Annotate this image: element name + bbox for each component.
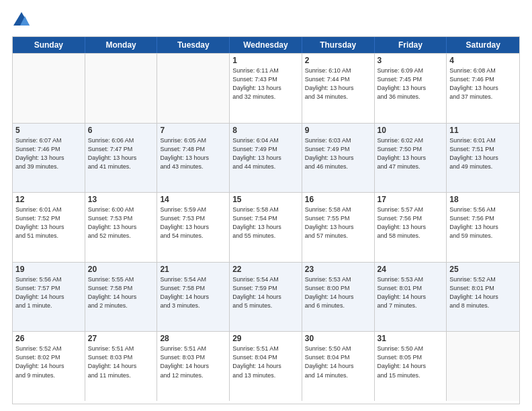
calendar-row: 26Sunrise: 5:52 AM Sunset: 8:02 PM Dayli…: [13, 331, 519, 401]
cell-info: Sunrise: 6:07 AM Sunset: 7:46 PM Dayligh…: [15, 136, 82, 171]
cell-info: Sunrise: 5:53 AM Sunset: 8:01 PM Dayligh…: [378, 275, 444, 310]
calendar-cell: 2Sunrise: 6:10 AM Sunset: 7:44 PM Daylig…: [302, 54, 375, 123]
day-number: 17: [378, 195, 444, 204]
weekday-header: Tuesday: [157, 37, 230, 53]
day-number: 5: [15, 126, 82, 135]
day-number: 24: [378, 265, 444, 274]
day-number: 9: [305, 126, 371, 135]
day-number: 29: [232, 334, 299, 343]
calendar-row: 12Sunrise: 6:01 AM Sunset: 7:52 PM Dayli…: [13, 192, 519, 262]
cell-info: Sunrise: 5:56 AM Sunset: 7:57 PM Dayligh…: [15, 275, 82, 310]
calendar-body: 1Sunrise: 6:11 AM Sunset: 7:43 PM Daylig…: [13, 53, 519, 401]
calendar-cell: 23Sunrise: 5:53 AM Sunset: 8:00 PM Dayli…: [302, 263, 375, 332]
calendar-cell: 13Sunrise: 6:00 AM Sunset: 7:53 PM Dayli…: [85, 193, 158, 262]
cell-info: Sunrise: 6:00 AM Sunset: 7:53 PM Dayligh…: [88, 205, 154, 240]
calendar-cell: 29Sunrise: 5:51 AM Sunset: 8:04 PM Dayli…: [230, 332, 302, 401]
calendar-cell: 16Sunrise: 5:58 AM Sunset: 7:55 PM Dayli…: [302, 193, 375, 262]
calendar-cell: 25Sunrise: 5:52 AM Sunset: 8:01 PM Dayli…: [447, 263, 519, 332]
calendar-cell: 5Sunrise: 6:07 AM Sunset: 7:46 PM Daylig…: [13, 124, 85, 193]
weekday-header: Sunday: [13, 37, 85, 53]
cell-info: Sunrise: 5:55 AM Sunset: 7:58 PM Dayligh…: [88, 275, 154, 310]
header: [12, 11, 520, 30]
calendar-cell: [85, 54, 158, 123]
cell-info: Sunrise: 5:52 AM Sunset: 8:02 PM Dayligh…: [15, 345, 82, 379]
cell-info: Sunrise: 6:05 AM Sunset: 7:48 PM Dayligh…: [160, 136, 226, 171]
day-number: 20: [88, 265, 154, 274]
day-number: 14: [160, 195, 226, 204]
day-number: 2: [305, 56, 371, 65]
calendar-cell: 19Sunrise: 5:56 AM Sunset: 7:57 PM Dayli…: [13, 263, 85, 332]
day-number: 19: [15, 265, 82, 274]
day-number: 26: [15, 334, 82, 343]
cell-info: Sunrise: 6:01 AM Sunset: 7:51 PM Dayligh…: [449, 136, 517, 171]
calendar-cell: 6Sunrise: 6:06 AM Sunset: 7:47 PM Daylig…: [85, 124, 158, 193]
calendar-header: SundayMondayTuesdayWednesdayThursdayFrid…: [13, 37, 519, 53]
calendar-cell: 7Sunrise: 6:05 AM Sunset: 7:48 PM Daylig…: [157, 124, 230, 193]
weekday-header: Wednesday: [230, 37, 302, 53]
calendar-cell: 1Sunrise: 6:11 AM Sunset: 7:43 PM Daylig…: [230, 54, 302, 123]
calendar-cell: 9Sunrise: 6:03 AM Sunset: 7:49 PM Daylig…: [302, 124, 375, 193]
cell-info: Sunrise: 5:54 AM Sunset: 7:58 PM Dayligh…: [160, 275, 226, 310]
cell-info: Sunrise: 6:11 AM Sunset: 7:43 PM Dayligh…: [232, 66, 299, 101]
calendar-cell: [447, 332, 519, 401]
calendar-cell: 28Sunrise: 5:51 AM Sunset: 8:03 PM Dayli…: [157, 332, 230, 401]
cell-info: Sunrise: 5:51 AM Sunset: 8:04 PM Dayligh…: [232, 345, 299, 379]
calendar-cell: 10Sunrise: 6:02 AM Sunset: 7:50 PM Dayli…: [375, 124, 447, 193]
day-number: 22: [232, 265, 299, 274]
day-number: 8: [232, 126, 299, 135]
day-number: 25: [449, 265, 517, 274]
day-number: 15: [232, 195, 299, 204]
cell-info: Sunrise: 5:54 AM Sunset: 7:59 PM Dayligh…: [232, 275, 299, 310]
day-number: 4: [449, 56, 517, 65]
day-number: 30: [305, 334, 371, 343]
cell-info: Sunrise: 6:10 AM Sunset: 7:44 PM Dayligh…: [305, 66, 371, 101]
calendar-cell: 4Sunrise: 6:08 AM Sunset: 7:46 PM Daylig…: [447, 54, 519, 123]
cell-info: Sunrise: 5:53 AM Sunset: 8:00 PM Dayligh…: [305, 275, 371, 310]
calendar-row: 19Sunrise: 5:56 AM Sunset: 7:57 PM Dayli…: [13, 262, 519, 332]
day-number: 21: [160, 265, 226, 274]
day-number: 31: [378, 334, 444, 343]
day-number: 18: [449, 195, 517, 204]
cell-info: Sunrise: 6:03 AM Sunset: 7:49 PM Dayligh…: [305, 136, 371, 171]
day-number: 6: [88, 126, 154, 135]
cell-info: Sunrise: 6:01 AM Sunset: 7:52 PM Dayligh…: [15, 205, 82, 240]
calendar-cell: 12Sunrise: 6:01 AM Sunset: 7:52 PM Dayli…: [13, 193, 85, 262]
day-number: 10: [378, 126, 444, 135]
day-number: 13: [88, 195, 154, 204]
page: SundayMondayTuesdayWednesdayThursdayFrid…: [0, 0, 532, 411]
day-number: 12: [15, 195, 82, 204]
calendar: SundayMondayTuesdayWednesdayThursdayFrid…: [12, 36, 520, 404]
calendar-cell: 14Sunrise: 5:59 AM Sunset: 7:53 PM Dayli…: [157, 193, 230, 262]
calendar-cell: 15Sunrise: 5:58 AM Sunset: 7:54 PM Dayli…: [230, 193, 302, 262]
weekday-header: Friday: [375, 37, 447, 53]
weekday-header: Monday: [85, 37, 158, 53]
weekday-header: Saturday: [447, 37, 519, 53]
day-number: 27: [88, 334, 154, 343]
calendar-cell: 24Sunrise: 5:53 AM Sunset: 8:01 PM Dayli…: [375, 263, 447, 332]
calendar-cell: 20Sunrise: 5:55 AM Sunset: 7:58 PM Dayli…: [85, 263, 158, 332]
day-number: 23: [305, 265, 371, 274]
day-number: 16: [305, 195, 371, 204]
calendar-cell: 18Sunrise: 5:56 AM Sunset: 7:56 PM Dayli…: [447, 193, 519, 262]
cell-info: Sunrise: 5:58 AM Sunset: 7:54 PM Dayligh…: [232, 205, 299, 240]
cell-info: Sunrise: 6:06 AM Sunset: 7:47 PM Dayligh…: [88, 136, 154, 171]
cell-info: Sunrise: 6:02 AM Sunset: 7:50 PM Dayligh…: [378, 136, 444, 171]
cell-info: Sunrise: 6:08 AM Sunset: 7:46 PM Dayligh…: [449, 66, 517, 101]
weekday-header: Thursday: [302, 37, 375, 53]
cell-info: Sunrise: 5:58 AM Sunset: 7:55 PM Dayligh…: [305, 205, 371, 240]
day-number: 1: [232, 56, 299, 65]
cell-info: Sunrise: 5:59 AM Sunset: 7:53 PM Dayligh…: [160, 205, 226, 240]
calendar-cell: 31Sunrise: 5:50 AM Sunset: 8:05 PM Dayli…: [375, 332, 447, 401]
calendar-cell: [157, 54, 230, 123]
calendar-cell: 11Sunrise: 6:01 AM Sunset: 7:51 PM Dayli…: [447, 124, 519, 193]
cell-info: Sunrise: 5:50 AM Sunset: 8:04 PM Dayligh…: [305, 345, 371, 379]
cell-info: Sunrise: 5:52 AM Sunset: 8:01 PM Dayligh…: [449, 275, 517, 310]
calendar-cell: 27Sunrise: 5:51 AM Sunset: 8:03 PM Dayli…: [85, 332, 158, 401]
day-number: 3: [378, 56, 444, 65]
cell-info: Sunrise: 6:09 AM Sunset: 7:45 PM Dayligh…: [378, 66, 444, 101]
logo: [12, 11, 34, 30]
day-number: 11: [449, 126, 517, 135]
logo-icon: [12, 11, 31, 30]
calendar-cell: 22Sunrise: 5:54 AM Sunset: 7:59 PM Dayli…: [230, 263, 302, 332]
cell-info: Sunrise: 6:04 AM Sunset: 7:49 PM Dayligh…: [232, 136, 299, 171]
